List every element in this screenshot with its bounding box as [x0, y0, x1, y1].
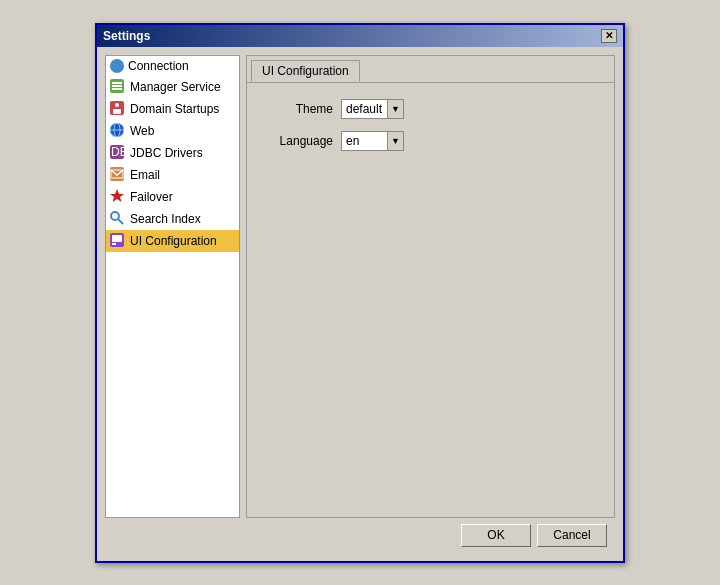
- theme-label: Theme: [263, 102, 333, 116]
- theme-dropdown[interactable]: default ▼: [341, 99, 404, 119]
- language-dropdown-arrow[interactable]: ▼: [387, 132, 403, 150]
- sidebar-item-failover[interactable]: Failover: [106, 186, 239, 208]
- sidebar-item-label: Manager Service: [130, 80, 221, 94]
- sidebar-item-web[interactable]: Web: [106, 120, 239, 142]
- title-bar: Settings ✕: [97, 25, 623, 47]
- right-panel: UI Configuration Theme default ▼ Languag…: [246, 55, 615, 518]
- svg-rect-3: [112, 88, 122, 90]
- window-title: Settings: [103, 29, 150, 43]
- connection-icon: [110, 59, 124, 73]
- sidebar-item-label: JDBC Drivers: [130, 146, 203, 160]
- jdbc-icon: DB: [110, 145, 126, 161]
- svg-rect-19: [112, 235, 122, 242]
- sidebar-item-label: Email: [130, 168, 160, 182]
- svg-point-5: [115, 103, 119, 107]
- svg-rect-13: [110, 167, 124, 181]
- sidebar: ConnectionManager ServiceDomain Startups…: [105, 55, 240, 518]
- settings-dialog: Settings ✕ ConnectionManager ServiceDoma…: [95, 23, 625, 563]
- svg-rect-2: [112, 85, 122, 87]
- language-value: en: [342, 134, 387, 148]
- main-content: ConnectionManager ServiceDomain Startups…: [105, 55, 615, 518]
- tab-bar: UI Configuration: [247, 56, 614, 82]
- sidebar-item-label: Domain Startups: [130, 102, 219, 116]
- sidebar-item-label: Connection: [128, 59, 189, 73]
- manager-icon: [110, 79, 126, 95]
- sidebar-item-label: Web: [130, 124, 154, 138]
- sidebar-item-label: UI Configuration: [130, 234, 217, 248]
- sidebar-item-label: Failover: [130, 190, 173, 204]
- web-icon: [110, 123, 126, 139]
- sidebar-item-label: Search Index: [130, 212, 201, 226]
- svg-text:DB: DB: [111, 145, 124, 159]
- failover-icon: [110, 189, 126, 205]
- language-label: Language: [263, 134, 333, 148]
- language-dropdown[interactable]: en ▼: [341, 131, 404, 151]
- svg-rect-1: [112, 82, 122, 84]
- search-icon: [110, 211, 126, 227]
- tab-content: Theme default ▼ Language en ▼: [247, 82, 614, 517]
- sidebar-item-connection[interactable]: Connection: [106, 56, 239, 76]
- sidebar-item-domain-startups[interactable]: Domain Startups: [106, 98, 239, 120]
- svg-rect-6: [113, 109, 121, 114]
- theme-value: default: [342, 102, 387, 116]
- theme-dropdown-arrow[interactable]: ▼: [387, 100, 403, 118]
- sidebar-item-email[interactable]: Email: [106, 164, 239, 186]
- footer: OK Cancel: [105, 518, 615, 553]
- sidebar-item-manager-service[interactable]: Manager Service: [106, 76, 239, 98]
- email-icon: [110, 167, 126, 183]
- language-row: Language en ▼: [263, 131, 598, 151]
- svg-line-17: [118, 219, 123, 224]
- ok-button[interactable]: OK: [461, 524, 531, 547]
- sidebar-item-search-index[interactable]: Search Index: [106, 208, 239, 230]
- domain-icon: [110, 101, 126, 117]
- theme-row: Theme default ▼: [263, 99, 598, 119]
- ui-icon: [110, 233, 126, 249]
- svg-marker-15: [110, 189, 124, 202]
- svg-rect-20: [112, 243, 116, 245]
- window-body: ConnectionManager ServiceDomain Startups…: [97, 47, 623, 561]
- close-button[interactable]: ✕: [601, 29, 617, 43]
- sidebar-item-jdbc-drivers[interactable]: DBJDBC Drivers: [106, 142, 239, 164]
- tab-ui-configuration[interactable]: UI Configuration: [251, 60, 360, 82]
- sidebar-item-ui-configuration[interactable]: UI Configuration: [106, 230, 239, 252]
- cancel-button[interactable]: Cancel: [537, 524, 607, 547]
- svg-point-16: [111, 212, 119, 220]
